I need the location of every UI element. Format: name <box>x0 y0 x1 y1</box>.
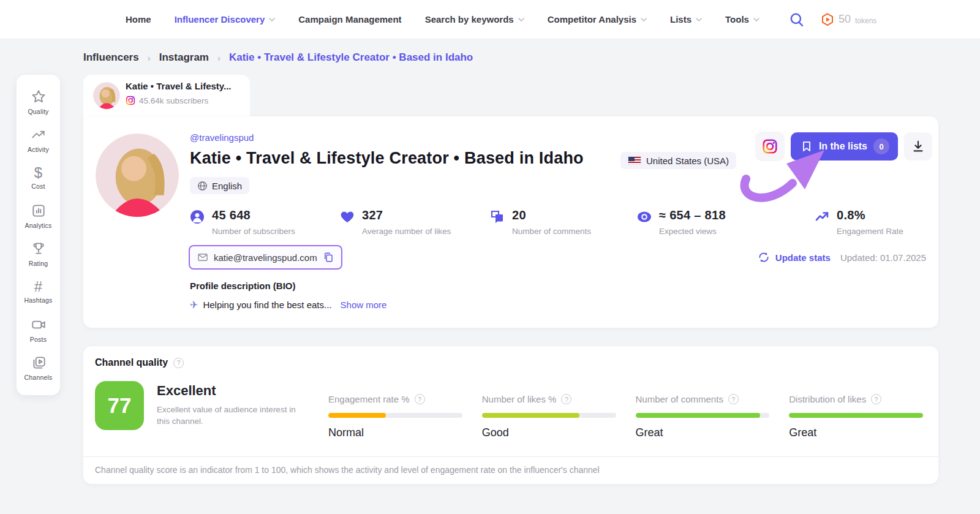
breadcrumb: Influencers › Instagram › Katie • Travel… <box>83 51 473 64</box>
email-box[interactable]: katie@travelingspud.com <box>189 245 342 270</box>
globe-icon <box>197 181 208 191</box>
nav-influencer-discovery[interactable]: Influencer Discovery <box>175 14 276 25</box>
rail-item-cost[interactable]: $ Cost <box>17 159 60 197</box>
updated-date: Updated: 01.07.2025 <box>840 252 926 263</box>
comments-icon <box>490 210 505 224</box>
stats-row: 45 648 Number of subscribers 327 Average… <box>190 208 926 236</box>
profile-card: @travelingspud Katie • Travel & Lifestyl… <box>83 116 938 328</box>
token-unit: tokens <box>855 14 876 25</box>
channel-quality-card: Channel quality ? 77 Excellent Excellent… <box>83 346 938 484</box>
stat-average-likes: 327 Average number of likes <box>340 208 490 236</box>
rail-item-quality[interactable]: Quality <box>17 83 60 121</box>
subscribers-icon <box>190 210 205 224</box>
nav-lists[interactable]: Lists <box>670 14 702 25</box>
help-icon[interactable]: ? <box>173 358 184 368</box>
language-badge: English <box>190 177 249 194</box>
mail-icon <box>197 252 208 263</box>
download-icon <box>911 140 925 153</box>
stat-comments: 20 Number of comments <box>490 208 637 236</box>
avatar-illustration <box>93 82 120 109</box>
nav-right-area: 50 tokens <box>789 12 876 28</box>
metric-bar <box>789 413 923 418</box>
metric-bar-fill <box>328 413 386 418</box>
copy-icon[interactable] <box>323 252 334 263</box>
eye-icon <box>637 210 652 224</box>
country-badge: United States (USA) <box>620 152 736 169</box>
nav-campaign-management[interactable]: Campaign Management <box>298 14 401 25</box>
quality-score-badge: 77 <box>95 381 144 430</box>
metric-bar <box>636 413 770 418</box>
metric-bar-fill <box>789 413 923 418</box>
email-row: katie@travelingspud.com Update stats Upd… <box>189 245 926 270</box>
download-report-button[interactable] <box>904 132 932 161</box>
channel-quality-title: Channel quality <box>95 357 168 368</box>
help-icon[interactable]: ? <box>415 394 425 404</box>
breadcrumb-influencers[interactable]: Influencers <box>83 51 139 64</box>
nav-search-by-keywords[interactable]: Search by keywords <box>425 14 524 25</box>
instagram-icon <box>762 138 778 154</box>
metric-status: Great <box>636 426 770 439</box>
metric-number-of-likes: Number of likes %? Good <box>482 394 616 439</box>
nav-tools[interactable]: Tools <box>725 14 760 25</box>
chevron-down-icon <box>269 18 275 21</box>
bio-text: Helping you find the best eats... <box>203 300 331 310</box>
open-instagram-button[interactable] <box>755 132 785 161</box>
in-the-lists-button[interactable]: In the lists 0 <box>791 132 898 161</box>
rail-item-activity[interactable]: Activity <box>17 121 60 159</box>
breadcrumb-separator-icon: › <box>148 53 151 63</box>
metric-status: Normal <box>328 426 462 439</box>
metric-engagement-rate: Engagement rate %? Normal <box>328 394 462 439</box>
trend-up-icon <box>31 127 47 143</box>
quality-description: Excellent value of audience interest in … <box>157 404 310 428</box>
nav-home[interactable]: Home <box>126 14 151 25</box>
trend-up-icon <box>815 210 829 224</box>
lists-count-badge: 0 <box>873 138 889 154</box>
country-label: United States (USA) <box>646 156 729 166</box>
rail-item-hashtags[interactable]: # Hashtags <box>17 273 60 311</box>
tokens-balance[interactable]: 50 tokens <box>821 13 876 26</box>
quality-metrics: Engagement rate %? Normal Number of like… <box>328 394 923 439</box>
us-flag-icon <box>628 156 641 165</box>
top-navigation: Home Influencer Discovery Campaign Manag… <box>0 0 980 39</box>
help-icon[interactable]: ? <box>728 394 739 404</box>
instagram-icon <box>126 96 135 105</box>
main-menu: Home Influencer Discovery Campaign Manag… <box>126 14 760 25</box>
language-label: English <box>212 181 242 191</box>
metric-bar <box>328 413 462 418</box>
avatar-illustration <box>96 134 179 217</box>
search-icon[interactable] <box>789 12 805 28</box>
metric-number-of-comments: Number of comments? Great <box>636 394 770 439</box>
breadcrumb-separator-icon: › <box>217 53 221 63</box>
nav-competitor-analysis[interactable]: Competitor Analysis <box>548 14 647 25</box>
nav-label: Competitor Analysis <box>548 14 636 25</box>
nav-label: Influencer Discovery <box>175 14 265 25</box>
in-the-lists-label: In the lists <box>819 141 867 152</box>
bookmark-icon <box>801 140 813 153</box>
chevron-down-icon <box>518 18 524 21</box>
profile-tab[interactable]: Katie • Travel & Lifesty... 45.64k subsc… <box>83 75 250 116</box>
chevron-down-icon <box>641 18 647 21</box>
rail-item-analytics[interactable]: Analytics <box>17 197 60 235</box>
update-group: Update stats Updated: 01.07.2025 <box>758 251 926 263</box>
show-more-link[interactable]: Show more <box>341 300 387 310</box>
instagram-handle-link[interactable]: @travelingspud <box>190 132 254 143</box>
email-address: katie@travelingspud.com <box>214 252 317 263</box>
token-icon <box>821 13 834 26</box>
section-rail: Quality Activity $ Cost Analytics Rating… <box>17 75 60 395</box>
rail-item-channels[interactable]: Channels <box>17 349 60 387</box>
nav-label: Search by keywords <box>425 14 514 25</box>
profile-name: Katie • Travel & Lifestyle Creator • Bas… <box>190 149 584 168</box>
update-stats-button[interactable]: Update stats <box>758 251 831 263</box>
rail-item-posts[interactable]: Posts <box>17 311 60 349</box>
help-icon[interactable]: ? <box>871 394 881 404</box>
metric-status: Good <box>482 426 616 439</box>
stat-engagement-rate: 0.8% Engagement Rate <box>815 208 903 236</box>
rail-item-rating[interactable]: Rating <box>17 235 60 273</box>
help-icon[interactable]: ? <box>561 394 571 404</box>
dollar-icon: $ <box>34 166 42 180</box>
breadcrumb-instagram[interactable]: Instagram <box>159 51 209 64</box>
quality-rating: Excellent <box>157 383 216 399</box>
channels-icon <box>31 355 47 371</box>
metric-bar-fill <box>636 413 760 418</box>
star-icon <box>31 89 47 105</box>
